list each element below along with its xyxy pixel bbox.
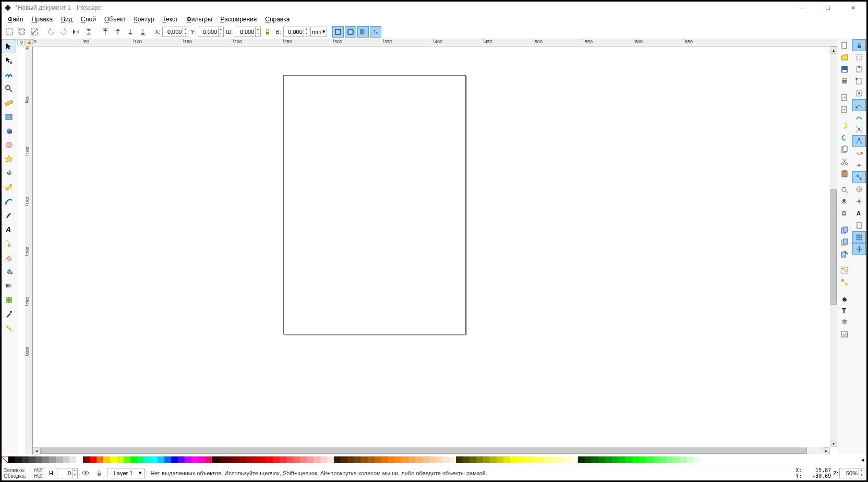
duplicate-button[interactable] xyxy=(838,224,851,236)
connector-tool[interactable] xyxy=(2,321,16,335)
ruler-vertical[interactable]: 050100150200250300 xyxy=(25,46,33,454)
menu-edit[interactable]: Правка xyxy=(29,15,56,24)
color-swatch[interactable] xyxy=(124,456,130,463)
paint-bucket-tool[interactable] xyxy=(2,264,16,279)
color-swatch[interactable] xyxy=(137,456,144,463)
w-input[interactable]: ▴▾ xyxy=(235,27,261,37)
snap-page-toggle[interactable] xyxy=(852,219,866,231)
xml-editor-button[interactable]: </> xyxy=(838,328,851,340)
menu-object[interactable]: Объект xyxy=(101,15,129,24)
color-swatch[interactable] xyxy=(90,456,97,463)
snap-path-toggle[interactable] xyxy=(852,111,866,123)
color-swatch[interactable] xyxy=(259,456,266,463)
color-swatch[interactable] xyxy=(463,456,469,463)
text-tool[interactable]: A xyxy=(2,222,16,236)
flip-h-button[interactable] xyxy=(70,26,82,38)
color-swatch[interactable] xyxy=(266,456,273,463)
color-swatch[interactable] xyxy=(361,456,368,463)
color-swatch[interactable] xyxy=(429,456,436,463)
maximize-button[interactable]: ☐ xyxy=(821,3,835,13)
snap-intersection-toggle[interactable] xyxy=(852,123,866,135)
lower-bottom-button[interactable] xyxy=(137,26,149,38)
color-swatch[interactable] xyxy=(334,456,341,463)
color-swatch[interactable] xyxy=(144,456,151,463)
minimize-button[interactable]: ─ xyxy=(795,3,810,13)
deselect-button[interactable] xyxy=(29,26,40,38)
color-swatch[interactable] xyxy=(110,456,117,463)
zoom-tool[interactable] xyxy=(2,81,16,95)
color-swatch[interactable] xyxy=(605,456,612,463)
cut-button[interactable] xyxy=(838,155,851,167)
print-button[interactable] xyxy=(838,75,851,87)
color-swatch[interactable] xyxy=(639,456,646,463)
import-button[interactable] xyxy=(838,91,851,103)
menu-extensions[interactable]: Расширения xyxy=(218,15,260,24)
color-swatch[interactable] xyxy=(625,456,632,463)
color-swatch[interactable] xyxy=(307,456,314,463)
h-input[interactable]: ▴▾ xyxy=(283,27,309,37)
canvas-viewport[interactable] xyxy=(33,46,830,447)
color-swatch[interactable] xyxy=(592,456,598,463)
snap-nodes-toggle[interactable] xyxy=(852,99,866,111)
affect-stroke-toggle[interactable] xyxy=(332,26,344,38)
color-swatch[interactable] xyxy=(646,456,653,463)
clone-button[interactable] xyxy=(838,236,851,248)
color-swatch[interactable] xyxy=(517,456,524,463)
ruler-horizontal[interactable]: 050100150200250300350400450500550600650 xyxy=(33,39,837,46)
vertical-scrollbar[interactable]: ▴ ▾ xyxy=(830,46,837,447)
snap-guide-toggle[interactable] xyxy=(852,243,866,255)
color-swatch[interactable] xyxy=(56,456,63,463)
spray-tool[interactable] xyxy=(2,236,16,250)
color-swatch[interactable] xyxy=(117,456,124,463)
color-swatch[interactable] xyxy=(578,456,585,463)
color-swatch[interactable] xyxy=(402,456,408,463)
color-swatch[interactable] xyxy=(354,456,361,463)
snap-line-mid-toggle[interactable] xyxy=(852,159,866,171)
stroke-width-input[interactable]: ▴▾ xyxy=(57,468,78,478)
color-swatch[interactable] xyxy=(381,456,388,463)
color-swatch[interactable] xyxy=(408,456,415,463)
color-swatch[interactable] xyxy=(524,456,531,463)
color-swatch[interactable] xyxy=(76,456,83,463)
color-swatch[interactable] xyxy=(564,456,571,463)
color-swatch[interactable] xyxy=(551,456,558,463)
color-swatch[interactable] xyxy=(314,456,320,463)
color-swatch[interactable] xyxy=(97,456,103,463)
color-swatch[interactable] xyxy=(273,456,280,463)
color-swatch[interactable] xyxy=(659,456,666,463)
stroke-value[interactable]: Н/Д xyxy=(34,473,43,479)
unit-select[interactable]: mm▾ xyxy=(310,27,327,37)
horizontal-scrollbar[interactable]: ◂ ▸ xyxy=(33,447,830,454)
color-swatch[interactable] xyxy=(544,456,551,463)
snap-smooth-toggle[interactable] xyxy=(852,147,866,159)
color-swatch[interactable] xyxy=(232,456,239,463)
menu-file[interactable]: Файл xyxy=(5,15,27,24)
selector-tool[interactable] xyxy=(2,39,16,53)
x-input[interactable]: ▴▾ xyxy=(162,27,188,37)
unlink-clone-button[interactable] xyxy=(838,248,851,260)
color-swatch[interactable] xyxy=(632,456,639,463)
layer-select[interactable]: -Layer 1▾ xyxy=(107,468,144,478)
color-swatch[interactable] xyxy=(510,456,517,463)
lower-button[interactable] xyxy=(125,26,136,38)
color-swatch[interactable] xyxy=(442,456,449,463)
color-swatch[interactable] xyxy=(476,456,483,463)
zoom-input[interactable]: ▴▾ xyxy=(839,468,864,478)
fill-stroke-button[interactable] xyxy=(838,292,851,304)
redo-button[interactable] xyxy=(838,131,851,143)
snap-cusp-toggle[interactable] xyxy=(852,135,866,147)
rectangle-tool[interactable] xyxy=(2,110,16,124)
guide-lock-toggle[interactable]: ◇ xyxy=(17,39,25,45)
y-input[interactable]: ▴▾ xyxy=(198,27,224,37)
paste-button[interactable] xyxy=(838,167,851,179)
color-swatch[interactable] xyxy=(469,456,476,463)
spiral-tool[interactable] xyxy=(2,166,16,180)
color-swatch[interactable] xyxy=(341,456,347,463)
color-swatch[interactable] xyxy=(415,456,422,463)
color-swatch[interactable] xyxy=(103,456,110,463)
color-swatch[interactable] xyxy=(219,456,225,463)
color-swatch[interactable] xyxy=(8,456,15,463)
layers-button[interactable] xyxy=(838,316,851,328)
snap-bbox-toggle[interactable] xyxy=(852,51,866,63)
tweak-tool[interactable] xyxy=(2,67,16,81)
